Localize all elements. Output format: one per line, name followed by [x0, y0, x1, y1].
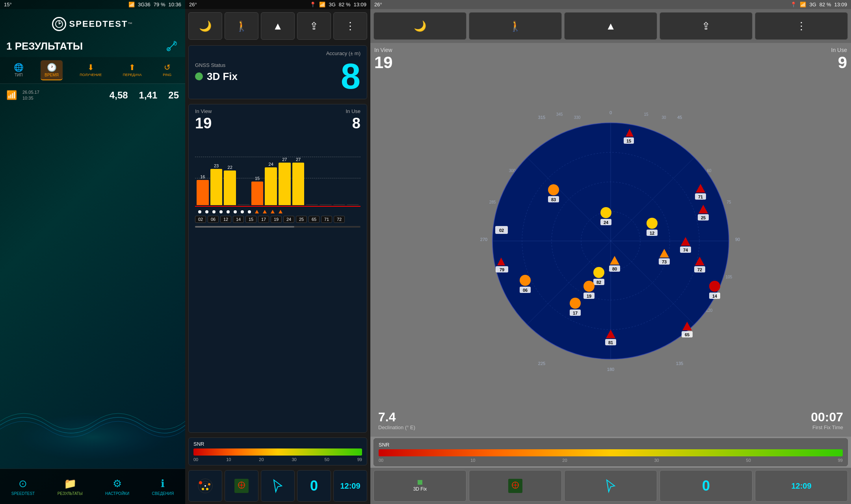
svg-text:24: 24	[604, 220, 609, 225]
tool-btn-share[interactable]: ⇪	[297, 12, 331, 40]
tool-btn-more-right[interactable]: ⋮	[755, 12, 848, 40]
svg-text:225: 225	[538, 361, 545, 366]
radar-svg: 0 45 90 135 180 225 270 315 15 30 60 75 …	[477, 107, 745, 375]
accuracy-value: 8	[326, 59, 360, 94]
in-view-stat: In View 19	[374, 47, 393, 72]
in-view-stat-label: In View	[374, 47, 393, 53]
tool-btn-person[interactable]: 🚶	[225, 12, 258, 40]
tab-download[interactable]: ⬇ ПОЛУЧЕНИЕ	[76, 60, 106, 80]
bar-72	[347, 204, 359, 205]
tab-time[interactable]: 🕐 ВРЕМЯ	[41, 60, 63, 80]
svg-text:315: 315	[538, 115, 545, 120]
temperature-left: 15°	[4, 2, 12, 7]
nav-speedtest[interactable]: ⊙ SPEEDTEST	[11, 478, 35, 496]
sat-id-25: 25	[296, 216, 307, 223]
right-panel: 26° 📍 📶 3G 82 % 13:09 🌙 🚶 ▲ ⇪ ⋮ In View …	[370, 0, 851, 504]
bottom-stats-row: 7.4 Declination (° E) 00:07 First Fix Ti…	[374, 408, 847, 433]
status-bar-mid: 26° 📍 📶 3G 82 % 13:09	[185, 0, 370, 9]
result-upload: 1,41	[139, 90, 158, 101]
tool-btn-more[interactable]: ⋮	[333, 12, 367, 40]
tool-btn-navigate[interactable]: ▲	[261, 12, 295, 40]
tri-71	[271, 210, 275, 213]
svg-text:02: 02	[499, 228, 504, 233]
radar-section: In View 19 In Use 9 0 45 90 135 180 225 …	[370, 43, 851, 437]
svg-text:330: 330	[574, 115, 581, 120]
tab-type[interactable]: 🌐 ТИП	[10, 60, 28, 80]
bar-14	[238, 204, 250, 205]
bar-06: 23	[210, 163, 223, 205]
tab-ping[interactable]: ↺ PING	[159, 60, 175, 80]
in-view-count: 19	[195, 115, 212, 132]
bottom-btn-radar[interactable]	[188, 470, 222, 502]
time-left: 10:36	[168, 2, 181, 7]
tab-download-label: ПОЛУЧЕНИЕ	[80, 73, 102, 77]
svg-text:19: 19	[587, 294, 591, 298]
tool-btn-share-right[interactable]: ⇪	[660, 12, 753, 40]
in-use-count: 8	[352, 115, 360, 132]
nav-results-icon: 📁	[64, 478, 76, 490]
declination-value: 7.4	[378, 410, 415, 424]
bottom-btn-zero[interactable]: 0	[297, 470, 331, 502]
status-bar-right: 26° 📍 📶 3G 82 % 13:09	[370, 0, 851, 9]
bottom-btn-time-right[interactable]: 12:09	[755, 470, 848, 502]
bottom-btn-zero-right[interactable]: 0	[660, 470, 753, 502]
in-use-stat: In Use 9	[831, 47, 847, 72]
snr-gradient-mid	[193, 448, 362, 456]
tab-upload[interactable]: ⬆ ПЕРЕДАЧА	[119, 60, 146, 80]
signal-left: 📶	[128, 2, 135, 7]
battery-left: 79 %	[154, 2, 165, 7]
bottom-btn-cursor-right[interactable]	[564, 470, 657, 502]
svg-text:14: 14	[712, 294, 717, 298]
svg-text:15: 15	[644, 112, 648, 117]
nav-speedtest-icon: ⊙	[19, 478, 27, 490]
battery-mid: 82 %	[339, 2, 351, 7]
nav-results[interactable]: 📁 РЕЗУЛЬТАТЫ	[58, 478, 83, 496]
temp-right: 26°	[374, 2, 382, 7]
nav-settings[interactable]: ⚙ НАСТРОЙКИ	[105, 478, 129, 496]
bottom-icons-row-mid: 0 12:09	[185, 468, 370, 504]
svg-text:71: 71	[698, 195, 703, 199]
loc-icon-mid: 📍	[310, 2, 316, 7]
dot-19	[241, 210, 244, 213]
time-mid: 13:09	[353, 2, 366, 7]
svg-text:25: 25	[701, 215, 706, 220]
tool-btn-moon[interactable]: 🌙	[188, 12, 222, 40]
svg-text:0: 0	[609, 110, 612, 115]
bottom-btn-fix-right[interactable]: 3D Fix	[373, 470, 466, 502]
bottom-btn-time[interactable]: 12:09	[333, 470, 367, 502]
svg-text:90: 90	[735, 237, 740, 242]
first-fix-label: First Fix Time	[811, 424, 843, 430]
gnss-green-dot	[195, 72, 203, 80]
svg-text:74: 74	[683, 248, 688, 252]
speedtest-logo: SPEEDTEST ™	[0, 9, 185, 35]
bottom-btn-map[interactable]	[225, 470, 258, 502]
nav-info-label: СВЕДЕНИЯ	[152, 491, 174, 496]
bottom-btn-cursor[interactable]	[261, 470, 295, 502]
chart-area: 16 23 22	[195, 136, 360, 207]
sat-id-14: 14	[233, 216, 244, 223]
svg-text:135: 135	[676, 361, 683, 366]
bar-15: 15	[251, 176, 264, 205]
signal-icon: 📶	[6, 90, 17, 100]
scroll-thumb[interactable]	[195, 226, 294, 228]
svg-text:72: 72	[697, 267, 702, 272]
sat-id-15: 15	[245, 216, 256, 223]
svg-point-103	[515, 484, 516, 486]
dot-14	[219, 210, 223, 213]
in-view-stat-val: 19	[374, 53, 393, 72]
tool-btn-moon-right[interactable]: 🌙	[373, 12, 466, 40]
tool-btn-navigate-right[interactable]: ▲	[564, 12, 657, 40]
gnss-label: GNSS Status	[195, 62, 238, 68]
dot-17	[234, 210, 237, 213]
fix-green-dot-right	[418, 480, 422, 485]
nav-info[interactable]: ℹ СВЕДЕНИЯ	[152, 478, 174, 496]
bottom-nav: ⊙ SPEEDTEST 📁 РЕЗУЛЬТАТЫ ⚙ НАСТРОЙКИ ℹ С…	[0, 469, 185, 504]
tool-btn-person-right[interactable]: 🚶	[469, 12, 562, 40]
middle-panel: 26° 📍 📶 3G 82 % 13:09 🌙 🚶 ▲ ⇪ ⋮ GNSS Sta…	[185, 0, 370, 504]
svg-text:45: 45	[677, 115, 682, 120]
sat-id-17: 17	[258, 216, 269, 223]
wrench-icon[interactable]	[165, 39, 179, 53]
bottom-btn-map-right[interactable]	[469, 470, 562, 502]
sat-id-71: 71	[321, 216, 332, 223]
gnss-status-box: GNSS Status 3D Fix Accuracy (± m) 8	[188, 45, 367, 99]
